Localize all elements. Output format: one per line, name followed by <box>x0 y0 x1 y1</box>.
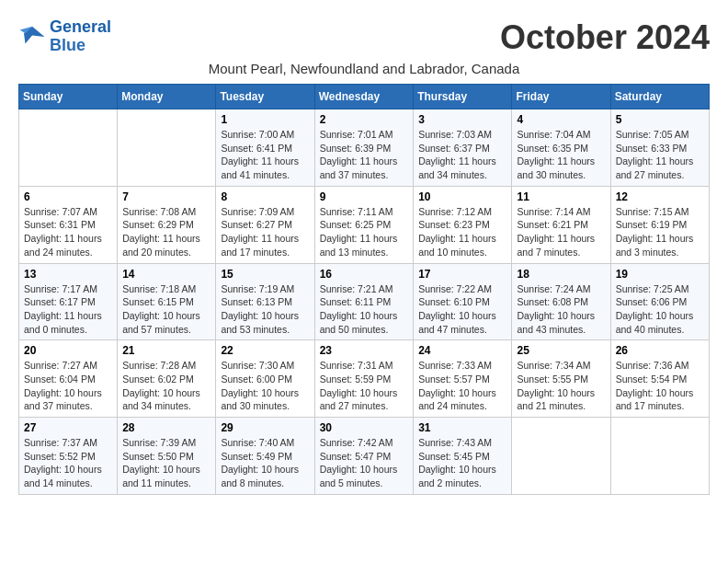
calendar-cell: 29Sunrise: 7:40 AM Sunset: 5:49 PM Dayli… <box>216 418 314 495</box>
day-number: 12 <box>616 190 704 203</box>
calendar-cell <box>512 418 610 495</box>
day-number: 6 <box>24 190 112 203</box>
weekday-header-monday: Monday <box>118 85 216 109</box>
day-info: Sunrise: 7:27 AM Sunset: 6:04 PM Dayligh… <box>24 359 112 413</box>
day-info: Sunrise: 7:22 AM Sunset: 6:10 PM Dayligh… <box>418 282 506 337</box>
day-number: 7 <box>122 190 210 203</box>
calendar-cell: 16Sunrise: 7:21 AM Sunset: 6:11 PM Dayli… <box>314 263 414 340</box>
calendar-week-row: 1Sunrise: 7:00 AM Sunset: 6:41 PM Daylig… <box>19 109 710 187</box>
calendar-cell: 19Sunrise: 7:25 AM Sunset: 6:06 PM Dayli… <box>610 263 709 340</box>
calendar-cell: 12Sunrise: 7:15 AM Sunset: 6:19 PM Dayli… <box>610 186 709 263</box>
calendar-cell: 1Sunrise: 7:00 AM Sunset: 6:41 PM Daylig… <box>216 109 314 187</box>
calendar-cell: 2Sunrise: 7:01 AM Sunset: 6:39 PM Daylig… <box>314 109 414 187</box>
day-info: Sunrise: 7:42 AM Sunset: 5:47 PM Dayligh… <box>320 436 409 490</box>
day-info: Sunrise: 7:36 AM Sunset: 5:54 PM Dayligh… <box>616 359 704 413</box>
logo-line1: General <box>50 17 111 36</box>
calendar-cell <box>610 418 709 495</box>
calendar-cell: 24Sunrise: 7:33 AM Sunset: 5:57 PM Dayli… <box>414 340 512 418</box>
day-number: 27 <box>24 421 112 434</box>
day-number: 16 <box>320 268 409 281</box>
day-info: Sunrise: 7:03 AM Sunset: 6:37 PM Dayligh… <box>418 128 506 182</box>
calendar-cell: 9Sunrise: 7:11 AM Sunset: 6:25 PM Daylig… <box>314 186 414 263</box>
calendar-cell: 23Sunrise: 7:31 AM Sunset: 5:59 PM Dayli… <box>314 340 414 418</box>
day-number: 17 <box>418 268 506 281</box>
day-number: 25 <box>517 344 605 357</box>
logo-line2: Blue <box>50 37 111 55</box>
day-number: 8 <box>221 190 309 203</box>
day-number: 20 <box>24 344 112 357</box>
day-number: 10 <box>418 190 506 203</box>
calendar-cell: 3Sunrise: 7:03 AM Sunset: 6:37 PM Daylig… <box>414 109 512 187</box>
calendar-cell: 26Sunrise: 7:36 AM Sunset: 5:54 PM Dayli… <box>610 340 709 418</box>
day-number: 26 <box>616 344 704 357</box>
calendar-week-row: 6Sunrise: 7:07 AM Sunset: 6:31 PM Daylig… <box>19 186 710 263</box>
calendar-cell: 5Sunrise: 7:05 AM Sunset: 6:33 PM Daylig… <box>610 109 709 187</box>
day-info: Sunrise: 7:30 AM Sunset: 6:00 PM Dayligh… <box>221 359 309 413</box>
day-number: 14 <box>122 268 210 281</box>
calendar-cell: 31Sunrise: 7:43 AM Sunset: 5:45 PM Dayli… <box>414 418 512 495</box>
day-number: 19 <box>616 268 704 281</box>
day-info: Sunrise: 7:17 AM Sunset: 6:17 PM Dayligh… <box>24 282 112 337</box>
day-number: 9 <box>320 190 409 203</box>
day-info: Sunrise: 7:09 AM Sunset: 6:27 PM Dayligh… <box>221 205 309 259</box>
calendar-cell: 20Sunrise: 7:27 AM Sunset: 6:04 PM Dayli… <box>19 340 118 418</box>
calendar-cell: 8Sunrise: 7:09 AM Sunset: 6:27 PM Daylig… <box>216 186 314 263</box>
calendar-cell <box>19 109 118 187</box>
day-info: Sunrise: 7:39 AM Sunset: 5:50 PM Dayligh… <box>122 436 210 490</box>
day-info: Sunrise: 7:25 AM Sunset: 6:06 PM Dayligh… <box>616 282 704 337</box>
day-info: Sunrise: 7:08 AM Sunset: 6:29 PM Dayligh… <box>122 205 210 259</box>
day-info: Sunrise: 7:00 AM Sunset: 6:41 PM Dayligh… <box>221 128 309 182</box>
weekday-header-sunday: Sunday <box>19 85 118 109</box>
day-info: Sunrise: 7:05 AM Sunset: 6:33 PM Dayligh… <box>616 128 704 182</box>
calendar-cell: 22Sunrise: 7:30 AM Sunset: 6:00 PM Dayli… <box>216 340 314 418</box>
day-info: Sunrise: 7:07 AM Sunset: 6:31 PM Dayligh… <box>24 205 112 259</box>
calendar-cell: 14Sunrise: 7:18 AM Sunset: 6:15 PM Dayli… <box>118 263 216 340</box>
day-number: 22 <box>221 344 309 357</box>
day-number: 15 <box>221 268 309 281</box>
day-info: Sunrise: 7:14 AM Sunset: 6:21 PM Dayligh… <box>517 205 605 259</box>
day-number: 21 <box>122 344 210 357</box>
logo-icon <box>18 23 46 51</box>
calendar-cell: 7Sunrise: 7:08 AM Sunset: 6:29 PM Daylig… <box>118 186 216 263</box>
logo-text: General Blue <box>50 18 111 55</box>
day-number: 24 <box>418 344 506 357</box>
calendar-cell: 18Sunrise: 7:24 AM Sunset: 6:08 PM Dayli… <box>512 263 610 340</box>
day-info: Sunrise: 7:04 AM Sunset: 6:35 PM Dayligh… <box>517 128 605 182</box>
day-info: Sunrise: 7:01 AM Sunset: 6:39 PM Dayligh… <box>320 128 409 182</box>
day-number: 3 <box>418 113 506 126</box>
logo: General Blue <box>18 18 111 55</box>
calendar-table: SundayMondayTuesdayWednesdayThursdayFrid… <box>18 84 710 495</box>
day-info: Sunrise: 7:33 AM Sunset: 5:57 PM Dayligh… <box>418 359 506 413</box>
weekday-header-thursday: Thursday <box>414 85 512 109</box>
weekday-header-wednesday: Wednesday <box>314 85 414 109</box>
calendar-week-row: 27Sunrise: 7:37 AM Sunset: 5:52 PM Dayli… <box>19 418 710 495</box>
subtitle: Mount Pearl, Newfoundland and Labrador, … <box>18 61 710 76</box>
calendar-cell: 11Sunrise: 7:14 AM Sunset: 6:21 PM Dayli… <box>512 186 610 263</box>
day-number: 2 <box>320 113 409 126</box>
calendar-cell: 4Sunrise: 7:04 AM Sunset: 6:35 PM Daylig… <box>512 109 610 187</box>
day-info: Sunrise: 7:37 AM Sunset: 5:52 PM Dayligh… <box>24 436 112 490</box>
day-number: 23 <box>320 344 409 357</box>
calendar-week-row: 20Sunrise: 7:27 AM Sunset: 6:04 PM Dayli… <box>19 340 710 418</box>
day-info: Sunrise: 7:31 AM Sunset: 5:59 PM Dayligh… <box>320 359 409 413</box>
page-header: General Blue October 2024 <box>18 18 710 57</box>
day-info: Sunrise: 7:19 AM Sunset: 6:13 PM Dayligh… <box>221 282 309 337</box>
month-title: October 2024 <box>500 18 710 57</box>
day-number: 31 <box>418 421 506 434</box>
calendar-cell: 13Sunrise: 7:17 AM Sunset: 6:17 PM Dayli… <box>19 263 118 340</box>
day-info: Sunrise: 7:34 AM Sunset: 5:55 PM Dayligh… <box>517 359 605 413</box>
day-number: 11 <box>517 190 605 203</box>
weekday-header-friday: Friday <box>512 85 610 109</box>
calendar-cell: 10Sunrise: 7:12 AM Sunset: 6:23 PM Dayli… <box>414 186 512 263</box>
day-number: 5 <box>616 113 704 126</box>
day-info: Sunrise: 7:12 AM Sunset: 6:23 PM Dayligh… <box>418 205 506 259</box>
day-info: Sunrise: 7:43 AM Sunset: 5:45 PM Dayligh… <box>418 436 506 490</box>
day-info: Sunrise: 7:28 AM Sunset: 6:02 PM Dayligh… <box>122 359 210 413</box>
day-number: 18 <box>517 268 605 281</box>
day-number: 29 <box>221 421 309 434</box>
day-number: 13 <box>24 268 112 281</box>
calendar-cell: 25Sunrise: 7:34 AM Sunset: 5:55 PM Dayli… <box>512 340 610 418</box>
calendar-cell: 30Sunrise: 7:42 AM Sunset: 5:47 PM Dayli… <box>314 418 414 495</box>
day-number: 30 <box>320 421 409 434</box>
day-info: Sunrise: 7:18 AM Sunset: 6:15 PM Dayligh… <box>122 282 210 337</box>
